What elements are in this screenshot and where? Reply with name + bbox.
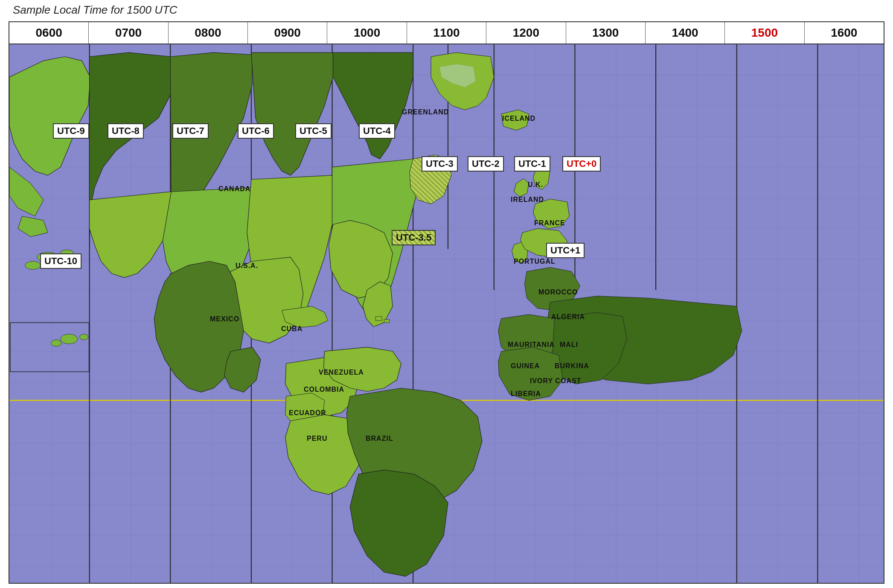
utc-label-UTC-3.5: UTC-3.5 <box>392 230 436 245</box>
country-label-algeria: ALGERIA <box>551 313 585 321</box>
country-label-ecuador: ECUADOR <box>289 409 326 417</box>
svg-marker-53 <box>18 216 48 237</box>
time-col-1500: 1500 <box>725 22 804 44</box>
utc-label-UTC-5: UTC-5 <box>295 123 332 139</box>
country-label-iceland: ICELAND <box>502 115 535 122</box>
utc-label-UTC+0: UTC+0 <box>562 156 601 172</box>
country-label-greenland: GREENLAND <box>402 108 449 116</box>
svg-marker-51 <box>9 57 90 175</box>
country-label-mauritania: MAURITANIA <box>508 341 555 349</box>
utc-label-UTC-2: UTC-2 <box>468 156 504 172</box>
page: Sample Local Time for 1500 UTC 060007000… <box>0 0 893 588</box>
svg-marker-88 <box>350 470 448 576</box>
svg-marker-52 <box>9 167 44 216</box>
time-col-1200: 1200 <box>486 22 566 44</box>
svg-rect-81 <box>375 317 382 321</box>
svg-marker-62 <box>514 179 529 197</box>
country-label-usa: U.S.A. <box>236 262 258 270</box>
time-col-1100: 1100 <box>407 22 486 44</box>
page-title: Sample Local Time for 1500 UTC <box>13 3 177 17</box>
map-container: 0600070008000900100011001200130014001500… <box>9 21 884 584</box>
time-header: 0600070008000900100011001200130014001500… <box>9 22 884 44</box>
country-label-cuba: CUBA <box>281 325 303 333</box>
utc-label-UTC-6: UTC-6 <box>238 123 274 139</box>
time-col-0800: 0800 <box>169 22 248 44</box>
utc-label-UTC-4: UTC-4 <box>359 123 395 139</box>
svg-point-91 <box>25 261 41 269</box>
country-label-mexico: MEXICO <box>210 315 239 323</box>
utc-label-UTC-1: UTC-1 <box>514 156 550 172</box>
country-label-ireland: IRELAND <box>511 196 544 204</box>
svg-marker-79 <box>224 347 261 392</box>
country-label-uk: U.K. <box>528 181 543 189</box>
svg-rect-96 <box>10 323 89 372</box>
country-label-guinea: GUINEA <box>511 362 540 370</box>
svg-marker-56 <box>251 52 333 175</box>
country-label-venezuela: VENEZUELA <box>319 369 364 376</box>
country-label-peru: PERU <box>307 435 327 442</box>
country-label-canada: CANADA <box>218 185 250 193</box>
time-col-1300: 1300 <box>566 22 646 44</box>
utc-label-UTC-8: UTC-8 <box>108 123 144 139</box>
svg-marker-71 <box>90 192 172 277</box>
country-label-brazil: BRAZIL <box>366 435 393 442</box>
country-label-burkina: BURKINA <box>555 362 589 370</box>
time-col-1000: 1000 <box>327 22 407 44</box>
country-label-liberia: LIBERIA <box>511 390 541 398</box>
country-label-france: FRANCE <box>534 219 565 227</box>
utc-label-UTC-9: UTC-9 <box>53 123 89 139</box>
svg-point-94 <box>51 340 61 346</box>
country-label-colombia: COLOMBIA <box>304 386 344 393</box>
country-label-ivory-coast: IVORY COAST <box>530 377 581 385</box>
time-col-0900: 0900 <box>248 22 327 44</box>
svg-point-93 <box>61 334 78 344</box>
country-label-portugal: PORTUGAL <box>514 258 556 265</box>
utc-label-UTC-3: UTC-3 <box>422 156 458 172</box>
time-col-0700: 0700 <box>89 22 168 44</box>
country-label-mali: MALI <box>560 341 578 349</box>
utc-label-UTC-7: UTC-7 <box>172 123 209 139</box>
time-col-1400: 1400 <box>646 22 725 44</box>
time-col-0600: 0600 <box>9 22 89 44</box>
time-col-1600: 1600 <box>805 22 884 44</box>
utc-label-UTC+1: UTC+1 <box>546 243 585 258</box>
utc-label-UTC-10: UTC-10 <box>40 253 81 269</box>
country-label-morocco: MOROCCO <box>538 288 578 296</box>
svg-point-95 <box>80 334 88 340</box>
svg-rect-82 <box>384 319 389 323</box>
